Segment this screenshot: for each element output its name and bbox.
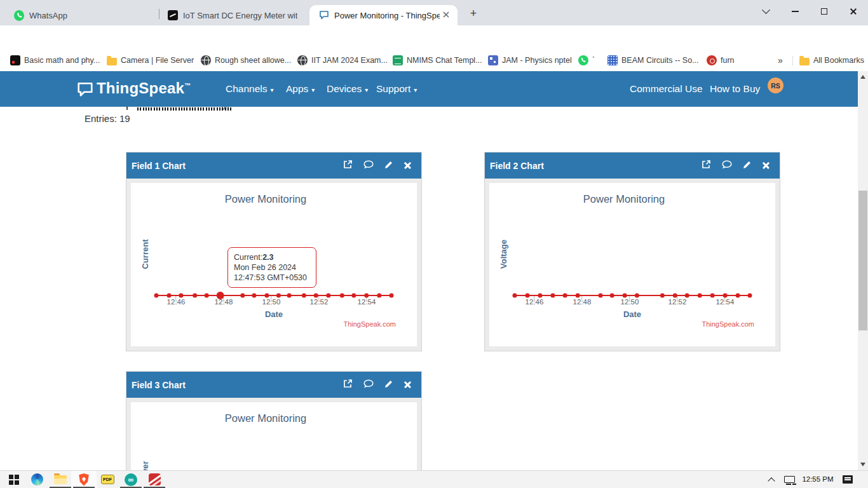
- data-point[interactable]: [252, 294, 256, 298]
- scroll-up-icon[interactable]: [860, 75, 865, 79]
- taskbar-brave[interactable]: [71, 471, 97, 488]
- window-close-button[interactable]: [843, 3, 864, 20]
- field1-chart-card: Field 1 Chart Power Monitoring Current 1…: [126, 152, 421, 351]
- bookmarks-overflow-chevron[interactable]: »: [778, 55, 783, 66]
- data-point[interactable]: [599, 294, 603, 298]
- all-bookmarks-button[interactable]: All Bookmarks: [799, 55, 864, 66]
- nav-channels[interactable]: Channels▾: [226, 83, 274, 95]
- close-icon[interactable]: [404, 381, 411, 388]
- nav-devices[interactable]: Devices▾: [327, 83, 368, 95]
- network-icon[interactable]: [784, 476, 795, 483]
- comment-icon[interactable]: [363, 379, 374, 391]
- data-point[interactable]: [685, 294, 689, 298]
- external-link-icon[interactable]: [702, 159, 711, 172]
- data-point[interactable]: [748, 294, 752, 298]
- data-point[interactable]: [240, 294, 245, 298]
- divider: [792, 56, 793, 65]
- data-point[interactable]: [179, 294, 183, 298]
- edit-icon[interactable]: [384, 160, 393, 172]
- bookmark-item[interactable]: IIT JAM 2024 Exam...: [297, 55, 388, 66]
- data-point[interactable]: [576, 294, 580, 298]
- bookmark-item[interactable]: JAM - Physics nptel: [488, 55, 572, 66]
- nav-commercial-use[interactable]: Commercial Use: [630, 83, 703, 95]
- edit-icon[interactable]: [743, 160, 752, 172]
- nav-apps[interactable]: Apps▾: [286, 83, 315, 95]
- scrollbar-thumb[interactable]: [858, 191, 867, 330]
- thingspeak-logo-icon[interactable]: [77, 82, 93, 100]
- data-point[interactable]: [364, 294, 369, 298]
- data-point[interactable]: [287, 294, 292, 298]
- data-point[interactable]: [550, 294, 555, 298]
- start-button[interactable]: [1, 471, 27, 488]
- bookmark-item[interactable]: furn: [707, 55, 735, 66]
- data-point[interactable]: [205, 294, 209, 298]
- data-point[interactable]: [660, 294, 665, 298]
- tab-whatsapp[interactable]: WhatsApp: [5, 5, 158, 25]
- data-point[interactable]: [698, 294, 702, 298]
- tab-energy-meter[interactable]: IoT Smart DC Energy Meter with ESP: [161, 5, 306, 25]
- masked-value-dots: [137, 107, 233, 111]
- taskbar-pdf-app[interactable]: PDF: [95, 471, 120, 488]
- tab-search-chevron-icon[interactable]: [755, 3, 776, 20]
- tab-close-icon[interactable]: [442, 11, 450, 20]
- data-point[interactable]: [525, 294, 529, 298]
- data-point[interactable]: [351, 294, 356, 298]
- taskbar-file-explorer[interactable]: [48, 471, 73, 488]
- external-link-icon[interactable]: [343, 159, 353, 172]
- taskbar-co-app[interactable]: ∞: [118, 471, 144, 488]
- notifications-icon[interactable]: [843, 475, 853, 484]
- data-point[interactable]: [264, 294, 269, 298]
- nav-how-to-buy[interactable]: How to Buy: [710, 83, 760, 95]
- thingspeak-watermark[interactable]: ThingSpeak.com: [702, 320, 754, 328]
- minimize-button[interactable]: [784, 3, 806, 20]
- bookmark-item[interactable]: Basic math and phy...: [10, 55, 100, 66]
- bookmark-item[interactable]: Camera | File Server: [107, 55, 194, 66]
- data-point[interactable]: [377, 294, 381, 298]
- scroll-down-icon[interactable]: [860, 463, 865, 466]
- data-point[interactable]: [635, 294, 639, 298]
- bookmark-item[interactable]: NMIMS Chat Templ...: [393, 55, 482, 66]
- avatar[interactable]: RS: [768, 78, 783, 93]
- data-point[interactable]: [563, 294, 567, 298]
- brand-title[interactable]: ThingSpeak™: [97, 79, 191, 97]
- data-point[interactable]: [276, 294, 281, 298]
- bookmark-item[interactable]: Rough sheet allowe...: [201, 55, 291, 66]
- close-icon[interactable]: [404, 162, 411, 169]
- bookmark-item[interactable]: `: [578, 55, 595, 66]
- comment-icon[interactable]: [363, 160, 374, 172]
- new-tab-button[interactable]: +: [466, 6, 481, 22]
- data-point[interactable]: [538, 294, 542, 298]
- thingspeak-watermark[interactable]: ThingSpeak.com: [343, 320, 396, 328]
- taskbar-edge[interactable]: [24, 471, 50, 488]
- data-point[interactable]: [723, 294, 728, 298]
- data-point[interactable]: [314, 294, 318, 298]
- data-point[interactable]: [154, 294, 159, 298]
- data-point[interactable]: [610, 294, 614, 298]
- x-tick: 12:48: [565, 298, 599, 306]
- data-point[interactable]: [326, 294, 330, 298]
- data-point[interactable]: [166, 294, 171, 298]
- maximize-button[interactable]: [813, 3, 835, 20]
- external-link-icon[interactable]: [343, 379, 353, 391]
- comment-icon[interactable]: [722, 160, 732, 172]
- folder-icon: [799, 58, 810, 65]
- data-point[interactable]: [710, 294, 715, 298]
- clock[interactable]: 12:55 PM: [799, 475, 836, 483]
- data-point[interactable]: [513, 294, 517, 298]
- tray-chevron-icon[interactable]: [768, 477, 775, 484]
- data-point[interactable]: [736, 294, 740, 298]
- data-point[interactable]: [390, 294, 394, 298]
- bookmark-item[interactable]: BEAM Circuits -- So...: [607, 55, 699, 66]
- data-point[interactable]: [302, 294, 306, 298]
- close-icon[interactable]: [763, 162, 770, 169]
- data-point[interactable]: [193, 294, 197, 298]
- page-scrollbar[interactable]: [858, 71, 868, 470]
- data-point[interactable]: [623, 294, 627, 298]
- edit-icon[interactable]: [384, 379, 393, 391]
- tab-label: Power Monitoring - ThingSpeak: [334, 11, 440, 20]
- taskbar-red-app[interactable]: [142, 471, 167, 488]
- data-point[interactable]: [673, 294, 677, 298]
- nav-support[interactable]: Support▾: [376, 83, 417, 95]
- tab-power-monitoring[interactable]: Power Monitoring - ThingSpeak: [309, 5, 458, 25]
- data-point[interactable]: [340, 294, 344, 298]
